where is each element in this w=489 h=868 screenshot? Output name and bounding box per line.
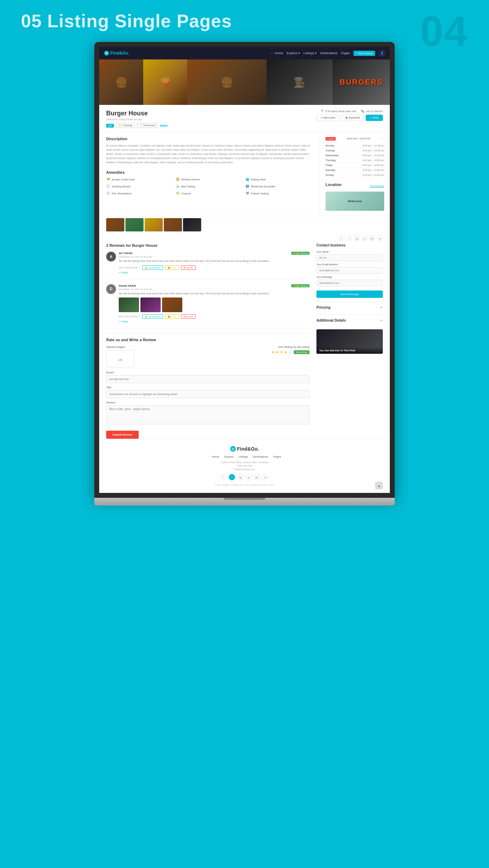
submit-review-button[interactable]: Submit Review bbox=[106, 431, 139, 439]
business-tagline: Delicious, luxury food for you bbox=[106, 118, 168, 121]
social-pinterest[interactable]: p bbox=[362, 236, 367, 241]
business-address-phone: 📍 2734 Stone Street, New York 📞 +44 20-4… bbox=[321, 110, 383, 113]
email-field-container: Email * bbox=[106, 371, 309, 383]
nav-home[interactable]: Home bbox=[270, 51, 283, 55]
reply-link-1[interactable]: ↩ Reply bbox=[119, 271, 309, 274]
rate-title: Rate us and Write a Review bbox=[106, 338, 309, 342]
hours-time: 09:00 AM – 05:00 PM bbox=[347, 137, 370, 140]
hours-wednesday: Wednesday8:00 pm – 10:00 am bbox=[326, 153, 384, 158]
page-bg-number: 04 bbox=[420, 7, 468, 55]
price-tag: $$$$$ bbox=[160, 124, 167, 127]
bookmark-button[interactable]: 🔖 Bookmark bbox=[341, 115, 364, 121]
navbar: ◎ Find&Go. Home Explore ▾ Listings ▾ Des… bbox=[99, 47, 390, 59]
gallery-thumb-4[interactable] bbox=[164, 218, 182, 231]
review-helpful-label-1: Was This Review: ? bbox=[119, 266, 140, 269]
review-rating-badge-1: 4.5 ⭐ 5 Ratings bbox=[291, 252, 309, 255]
business-info-right: 📍 2734 Stone Street, New York 📞 +44 20-4… bbox=[317, 110, 383, 121]
social-instagram[interactable]: ig bbox=[354, 236, 360, 241]
reply-link-2[interactable]: ↩ Reply bbox=[119, 320, 309, 323]
additional-details-header-row[interactable]: Additional Details + bbox=[316, 317, 383, 323]
footer-nav-explore[interactable]: Explore bbox=[224, 455, 234, 458]
share-button[interactable]: ↗ Share bbox=[366, 115, 383, 121]
lol-btn-1[interactable]: 😂 Lol 45 bbox=[165, 265, 179, 270]
rating-stars-section: Your Rating for this listing ★ ★ ★ ★ ★ V… bbox=[271, 345, 309, 354]
star-3[interactable]: ★ bbox=[280, 350, 283, 354]
footer-logo-icon: ◎ bbox=[230, 446, 236, 452]
review-item-2: D Daniel KEAN 4.5 ⭐ 3 Ratings December 1… bbox=[106, 284, 309, 329]
lol-btn-2[interactable]: 😂 Lol 44 bbox=[165, 314, 179, 319]
footer-logo: ◎ Find&Go. bbox=[106, 446, 383, 452]
email-input[interactable] bbox=[106, 375, 309, 383]
star-2[interactable]: ★ bbox=[276, 350, 279, 354]
scroll-top-button[interactable]: ▲ bbox=[375, 482, 383, 489]
gallery-thumb-2[interactable] bbox=[125, 218, 144, 231]
contact-email-input[interactable] bbox=[316, 267, 383, 274]
location-title: Location bbox=[326, 182, 342, 187]
gallery-thumb-3[interactable] bbox=[145, 218, 163, 231]
love-btn-1[interactable]: ❤ Love 87 bbox=[181, 265, 196, 270]
hours-thursday: Thursday6:00 pm – 10:00 am bbox=[326, 158, 384, 163]
footer-nav-pages[interactable]: Pages bbox=[273, 455, 281, 458]
hours-tuesday: Tuesday2:00 pm – 10:00 am bbox=[326, 148, 384, 153]
col-left: Description Et exercit ullamco voluptate… bbox=[99, 132, 320, 216]
contact-message-input[interactable] bbox=[316, 280, 383, 286]
review-date-2: December 10, 2017 at 8:18 am bbox=[119, 288, 309, 290]
contact-name-input[interactable] bbox=[316, 254, 383, 261]
hero-img-2: 🍟 bbox=[143, 59, 187, 105]
nav-explore[interactable]: Explore ▾ bbox=[287, 51, 300, 55]
logo-icon: ◎ bbox=[104, 51, 109, 56]
footer-social-twitter[interactable]: t bbox=[229, 474, 235, 480]
amenity-outdoor: 🌿 Outdoor Seating bbox=[245, 191, 313, 195]
user-icon[interactable]: 👤 bbox=[379, 50, 385, 56]
main-two-col: Description Et exercit ullamco voluptate… bbox=[99, 132, 390, 216]
gallery-row bbox=[99, 216, 390, 234]
add-review-button[interactable]: ✏ Add review bbox=[317, 115, 339, 121]
star-5[interactable]: ★ bbox=[288, 350, 292, 354]
business-name: Burger House bbox=[106, 110, 168, 117]
footer-nav-destinations[interactable]: Destinations bbox=[253, 455, 268, 458]
upload-box[interactable]: ☁ bbox=[106, 350, 134, 367]
interesting-btn-1[interactable]: 👍 Interesting 85 bbox=[142, 265, 163, 270]
amenity-reservations: 📋 Kds: Reservations bbox=[106, 191, 174, 195]
get-direction-link[interactable]: Get Direction bbox=[370, 185, 384, 187]
social-twitter[interactable]: t bbox=[346, 236, 352, 241]
add-listing-button[interactable]: + Add Listing bbox=[353, 51, 375, 56]
footer-social-linkedin[interactable]: in bbox=[262, 474, 269, 480]
footer-social-google[interactable]: g+ bbox=[254, 474, 260, 480]
star-4[interactable]: ★ bbox=[284, 350, 287, 354]
footer-nav-home[interactable]: Home bbox=[208, 455, 219, 458]
rating-stars-label: Your Rating for this listing bbox=[271, 345, 309, 349]
title-input[interactable] bbox=[106, 390, 309, 398]
contact-message-field: Your Message bbox=[316, 276, 383, 286]
nav-destinations[interactable]: Destinations bbox=[320, 51, 338, 55]
social-google[interactable]: g+ bbox=[370, 236, 375, 241]
description-text: Et exercit ullamco voluptate. Curabitur … bbox=[106, 144, 313, 165]
review-photo-2 bbox=[140, 297, 161, 312]
review-content-1: Ali TUFAN 4.5 ⭐ 5 Ratings December 10, 2… bbox=[119, 252, 309, 274]
hero-img-1: 🍔 bbox=[99, 59, 143, 105]
laptop-base bbox=[94, 498, 395, 505]
social-linkedin[interactable]: in bbox=[377, 236, 383, 241]
hours-saturday: Saturday2:00 pm – 10:00 am bbox=[326, 168, 384, 173]
send-message-button[interactable]: Send Message bbox=[316, 290, 383, 298]
social-facebook[interactable]: f bbox=[339, 236, 344, 241]
nav-pages[interactable]: Pages bbox=[341, 51, 350, 55]
interesting-btn-2[interactable]: 👍 Interesting 85 bbox=[142, 314, 163, 319]
footer-social-facebook[interactable]: f bbox=[220, 474, 227, 480]
review-textarea[interactable] bbox=[106, 405, 309, 424]
gallery-thumb-5[interactable] bbox=[183, 218, 201, 231]
gallery-thumb-1[interactable] bbox=[106, 218, 124, 231]
footer-social-pinterest[interactable]: p bbox=[246, 474, 252, 480]
navbar-logo[interactable]: ◎ Find&Go. bbox=[104, 51, 129, 56]
love-btn-2[interactable]: ❤ Love 87 bbox=[181, 314, 196, 319]
ad-banner-text: You Can Add Ads To This Field bbox=[316, 347, 383, 354]
reviewer-name-1: Ali TUFAN bbox=[119, 252, 132, 255]
star-1[interactable]: ★ bbox=[271, 350, 275, 354]
nav-listings[interactable]: Listings ▾ bbox=[304, 51, 317, 55]
amenity-parking-street: 🅿 Parking street bbox=[245, 177, 313, 181]
footer-nav-listings[interactable]: Listings bbox=[239, 455, 248, 458]
pricing-header-row[interactable]: Princing + bbox=[316, 304, 383, 310]
action-buttons: ✏ Add review 🔖 Bookmark ↗ Share bbox=[317, 115, 383, 121]
footer-social-instagram[interactable]: ig bbox=[237, 474, 243, 480]
review-text-2: We had the tasting menu here and it was … bbox=[119, 292, 309, 296]
